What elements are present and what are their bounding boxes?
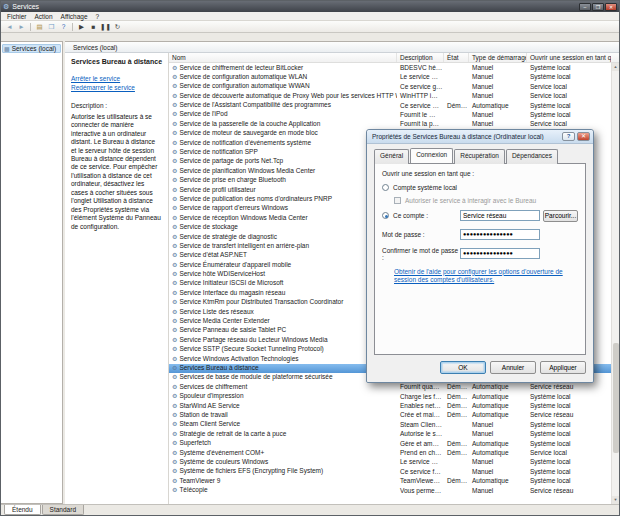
help-icon[interactable]: ? — [58, 22, 69, 32]
confirm-password-row: Confirmer le mot de passe : — [382, 247, 578, 261]
local-system-radio[interactable] — [382, 184, 389, 191]
restart-service-icon[interactable]: ↻ — [112, 22, 123, 32]
forward-icon[interactable]: ► — [16, 22, 27, 32]
service-description: Crée et mai… — [397, 410, 444, 419]
service-icon: ⚙ — [172, 271, 177, 277]
logon-help-link[interactable]: Obtenir de l'aide pour configurer les op… — [394, 268, 576, 286]
start-service-icon[interactable]: ▶ — [76, 22, 87, 32]
service-icon: ⚙ — [172, 111, 177, 117]
console-root-icon: ▩ — [4, 45, 10, 52]
browse-button[interactable]: Parcourir... — [543, 210, 578, 222]
service-icon: ⚙ — [172, 74, 177, 80]
dialog-help-icon[interactable]: ? — [562, 132, 575, 141]
toolbar-separator — [72, 23, 73, 31]
tab-etendu[interactable]: Étendu — [4, 505, 41, 515]
column-header-etat[interactable]: État — [444, 53, 469, 62]
menu-action[interactable]: Action — [31, 12, 57, 21]
scroll-down-icon[interactable]: ▼ — [612, 496, 619, 504]
selected-service-title: Services Bureau à distance — [71, 58, 162, 65]
service-status: Dém… — [444, 439, 469, 448]
window-icon[interactable]: ❐ — [46, 22, 57, 32]
service-logon-as: Système local — [527, 110, 611, 119]
menu-help[interactable]: ? — [92, 12, 104, 21]
tab-connexion[interactable]: Connexion — [410, 148, 453, 163]
service-icon: ⚙ — [172, 337, 177, 343]
maximize-icon[interactable]: ❐ — [592, 3, 604, 11]
confirm-password-input[interactable] — [460, 248, 540, 259]
service-status: Dém… — [444, 382, 469, 391]
restart-service-link[interactable]: Redémarrer le service — [71, 83, 162, 92]
service-logon-as: Service réseau — [527, 486, 611, 495]
service-logon-as: Système local — [527, 72, 611, 81]
service-icon: ⚙ — [172, 243, 177, 249]
interact-desktop-checkbox — [394, 197, 401, 204]
column-header-description[interactable]: Description — [397, 53, 444, 62]
service-startup-type: Automatique — [469, 448, 527, 457]
scrollbar-thumb[interactable] — [613, 343, 619, 453]
results-pane-banner: Services (local) — [65, 42, 619, 53]
menu-fichier[interactable]: Fichier — [3, 12, 31, 21]
service-icon: ⚙ — [172, 346, 177, 352]
service-logon-as: Service réseau — [527, 382, 611, 391]
service-icon: ⚙ — [172, 393, 177, 399]
cancel-button[interactable]: Annuler — [490, 361, 536, 374]
ok-button[interactable]: OK — [440, 361, 486, 374]
scroll-up-icon[interactable]: ▲ — [612, 63, 619, 71]
tree-item-label: Services (local) — [12, 45, 56, 52]
password-input[interactable] — [460, 229, 540, 240]
service-status: Dém… — [444, 101, 469, 110]
service-logon-as: Système local — [527, 101, 611, 110]
service-logon-as: Système local — [527, 467, 611, 476]
local-system-label: Compte système local — [393, 184, 457, 191]
dialog-titlebar[interactable]: Propriétés de Services Bureau à distance… — [367, 130, 593, 144]
service-description: Steam Clien… — [397, 420, 444, 429]
password-label: Mot de passe : — [382, 231, 460, 238]
close-icon[interactable]: ✕ — [605, 3, 617, 11]
service-description: Charge les f… — [397, 392, 444, 401]
menu-affichage[interactable]: Affichage — [57, 12, 92, 21]
this-account-radio[interactable] — [382, 212, 389, 219]
back-icon[interactable]: ◄ — [4, 22, 15, 32]
dialog-close-icon[interactable]: ✕ — [577, 132, 590, 141]
account-input[interactable] — [460, 210, 540, 221]
tree-item-services-local[interactable]: ▩ Services (local) — [2, 44, 61, 53]
service-logon-as: Service local — [527, 91, 611, 100]
service-description: Gère et am… — [397, 439, 444, 448]
column-header-session[interactable]: Ouvrir une session en tant que — [527, 53, 611, 62]
service-description: Fournit qua… — [397, 382, 444, 391]
stop-service-icon[interactable]: ■ — [88, 22, 99, 32]
service-icon: ⚙ — [172, 412, 177, 418]
tab-recuperation[interactable]: Récupération — [454, 149, 505, 164]
service-name: ⚙Télécopie — [169, 485, 397, 495]
export-list-icon[interactable]: ▤ — [34, 22, 45, 32]
service-icon: ⚙ — [172, 262, 177, 268]
vertical-scrollbar[interactable]: ▲ ▼ — [611, 63, 619, 504]
service-icon: ⚙ — [172, 130, 177, 136]
tab-standard[interactable]: Standard — [42, 505, 84, 515]
service-logon-as: Système local — [527, 476, 611, 485]
services-window: ⚙ Services – ❐ ✕ Fichier Action Affichag… — [0, 0, 620, 516]
table-row[interactable]: ⚙TélécopieVous perme…ManuelService résea… — [169, 486, 619, 495]
service-icon: ⚙ — [172, 234, 177, 240]
tab-general[interactable]: Général — [374, 149, 409, 164]
apply-button[interactable]: Appliquer — [540, 361, 586, 374]
service-icon: ⚙ — [172, 187, 177, 193]
service-icon: ⚙ — [172, 252, 177, 258]
service-status: Dém… — [444, 448, 469, 457]
service-startup-type: Manuel — [469, 82, 527, 91]
service-icon: ⚙ — [172, 356, 177, 362]
service-description: WinHTTP i… — [397, 91, 444, 100]
column-header-type-demarrage[interactable]: Type de démarrage — [469, 53, 527, 62]
pause-service-icon[interactable]: ❚❚ — [100, 22, 111, 32]
tab-dependances[interactable]: Dépendances — [506, 149, 558, 164]
column-header-nom[interactable]: Nom — [169, 53, 397, 62]
local-system-radio-row[interactable]: Compte système local — [382, 184, 578, 191]
service-logon-as: Service réseau — [527, 410, 611, 419]
stop-service-link[interactable]: Arrêter le service — [71, 74, 162, 83]
service-startup-type: Manuel — [469, 457, 527, 466]
minimize-icon[interactable]: – — [579, 3, 591, 11]
view-tab-bar: Étendu Standard — [1, 504, 619, 515]
service-icon: ⚙ — [172, 224, 177, 230]
window-titlebar[interactable]: ⚙ Services – ❐ ✕ — [1, 1, 619, 12]
service-icon: ⚙ — [172, 374, 177, 380]
